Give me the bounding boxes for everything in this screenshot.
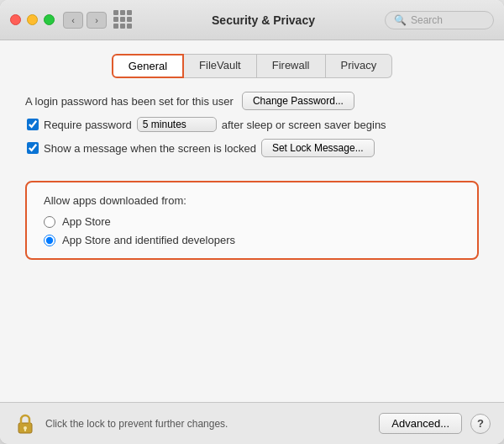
- traffic-lights: [10, 14, 55, 25]
- lock-hint-text: Click the lock to prevent further change…: [45, 418, 370, 430]
- nav-buttons: ‹ ›: [63, 12, 107, 29]
- lock-icon-wrap[interactable]: [13, 410, 37, 437]
- main-window: ‹ › Security & Privacy 🔍 Search General …: [0, 0, 504, 444]
- show-message-row: Show a message when the screen is locked…: [27, 139, 479, 157]
- tab-firewall[interactable]: Firewall: [257, 54, 326, 78]
- app-store-radio-row: App Store: [44, 215, 460, 228]
- tab-general[interactable]: General: [112, 54, 184, 78]
- search-icon: 🔍: [394, 14, 407, 26]
- require-password-checkbox[interactable]: [27, 119, 39, 130]
- app-store-identified-radio[interactable]: [44, 235, 55, 246]
- content-area: General FileVault Firewall Privacy A log…: [0, 40, 504, 402]
- app-store-identified-label: App Store and identified developers: [62, 234, 235, 246]
- app-store-label: App Store: [62, 215, 111, 228]
- grid-icon[interactable]: [113, 10, 134, 30]
- close-button[interactable]: [10, 14, 21, 25]
- bottom-bar: Click the lock to prevent further change…: [0, 402, 504, 444]
- tab-bar: General FileVault Firewall Privacy: [17, 54, 487, 78]
- minimize-button[interactable]: [27, 14, 38, 25]
- back-button[interactable]: ‹: [63, 12, 83, 29]
- tab-filevault[interactable]: FileVault: [184, 54, 257, 78]
- settings-section: A login password has been set for this u…: [17, 92, 487, 164]
- change-password-button[interactable]: Change Password...: [242, 92, 354, 110]
- allow-apps-section: Allow apps downloaded from: App Store Ap…: [25, 181, 479, 260]
- password-row: A login password has been set for this u…: [25, 92, 479, 110]
- tab-privacy[interactable]: Privacy: [326, 54, 393, 78]
- lock-icon: [16, 412, 34, 436]
- help-button[interactable]: ?: [470, 414, 491, 434]
- maximize-button[interactable]: [44, 14, 55, 25]
- forward-button[interactable]: ›: [87, 12, 107, 29]
- after-sleep-text: after sleep or screen saver begins: [222, 119, 386, 131]
- show-message-label: Show a message when the screen is locked: [44, 142, 256, 155]
- search-box[interactable]: 🔍 Search: [385, 11, 494, 29]
- set-lock-message-button[interactable]: Set Lock Message...: [261, 139, 375, 157]
- app-store-identified-radio-row: App Store and identified developers: [44, 234, 460, 246]
- password-set-text: A login password has been set for this u…: [25, 95, 234, 108]
- advanced-button[interactable]: Advanced...: [379, 413, 462, 434]
- app-store-radio[interactable]: [44, 216, 55, 228]
- titlebar: ‹ › Security & Privacy 🔍 Search: [0, 0, 504, 40]
- allow-apps-title: Allow apps downloaded from:: [44, 194, 460, 207]
- window-title: Security & Privacy: [142, 13, 385, 27]
- show-message-checkbox[interactable]: [27, 142, 39, 154]
- search-placeholder-text: Search: [411, 14, 485, 26]
- require-password-dropdown-wrapper: immediately 5 seconds 1 minute 5 minutes…: [137, 117, 217, 132]
- svg-rect-2: [24, 429, 26, 431]
- require-password-row: Require password immediately 5 seconds 1…: [27, 117, 479, 132]
- require-password-label: Require password: [44, 119, 132, 131]
- require-password-select[interactable]: immediately 5 seconds 1 minute 5 minutes…: [137, 117, 217, 132]
